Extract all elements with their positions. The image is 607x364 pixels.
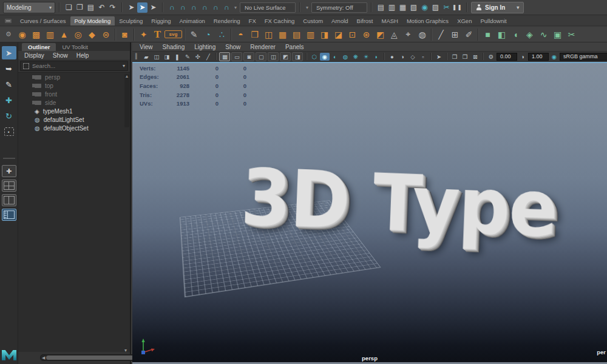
panel-menu-shading[interactable]: Shading bbox=[158, 44, 190, 50]
scroll-left-icon[interactable]: ◀ bbox=[42, 356, 45, 360]
isolate-select-icon[interactable]: ● bbox=[387, 53, 397, 61]
menu-help[interactable]: Help bbox=[76, 52, 89, 59]
view-transform-icon[interactable]: ◉ bbox=[549, 53, 559, 61]
snap-to-view-plane-icon[interactable]: ∩ bbox=[211, 2, 221, 13]
field-chart-icon[interactable]: ◫ bbox=[268, 52, 279, 61]
textured-icon[interactable]: ◍ bbox=[341, 53, 350, 61]
layout-four-pane-button[interactable] bbox=[2, 180, 16, 192]
film-gate-icon[interactable]: ▭ bbox=[231, 52, 242, 61]
layout-single-pane-button[interactable]: ✚ bbox=[2, 165, 16, 177]
x-ray-joints-icon[interactable]: ◇ bbox=[408, 53, 418, 61]
x-ray-icon[interactable]: ◑ bbox=[398, 53, 407, 61]
menu-display[interactable]: Display bbox=[24, 52, 44, 59]
vertical-scrollbar[interactable]: ▲ bbox=[124, 74, 129, 127]
gamma-field[interactable]: 1.00 bbox=[528, 53, 549, 61]
bookmark-icon[interactable]: ❚ bbox=[172, 53, 182, 61]
panel-menu-lighting[interactable]: Lighting bbox=[189, 44, 220, 50]
snap-to-point-icon[interactable]: ∩ bbox=[189, 2, 199, 13]
chevron-down-icon[interactable]: ▾ bbox=[123, 63, 125, 69]
lookdev-icon[interactable]: ⊠ bbox=[470, 53, 480, 61]
layout-two-pane-button[interactable] bbox=[2, 194, 16, 206]
pencil-curve-icon[interactable]: ✐ bbox=[462, 28, 476, 41]
shelf-tab-sculpting[interactable]: Sculpting bbox=[115, 16, 147, 25]
lasso-select-tool[interactable]: ➥ bbox=[2, 62, 16, 75]
open-scene-icon[interactable]: ❐ bbox=[75, 2, 85, 13]
menu-set-selector[interactable]: Modeling ▾ bbox=[3, 2, 55, 13]
shelf-tab-custom[interactable]: Custom bbox=[299, 16, 327, 25]
shelf-tab-bifrost[interactable]: Bifrost bbox=[353, 16, 378, 25]
render-sequence-icon[interactable]: ▥ bbox=[387, 2, 397, 13]
safe-action-icon[interactable]: ◩ bbox=[280, 52, 291, 61]
reduce-icon[interactable]: ▤ bbox=[290, 28, 304, 41]
create-curve-icon[interactable]: ╱ bbox=[434, 28, 448, 41]
shelf-tab-mash[interactable]: MASH bbox=[378, 16, 402, 25]
lock-camera-icon[interactable]: ◫ bbox=[152, 53, 161, 61]
soft-mod-icon[interactable]: ■ bbox=[481, 28, 495, 41]
live-surface-field[interactable]: No Live Surface bbox=[240, 2, 296, 13]
menu-show[interactable]: Show bbox=[53, 52, 68, 59]
outliner-item-top[interactable]: top bbox=[18, 81, 130, 90]
image-plane-icon[interactable]: ✎ bbox=[183, 53, 192, 61]
outliner-item-side[interactable]: side bbox=[18, 98, 130, 107]
object-details-icon[interactable]: ➤ bbox=[434, 53, 444, 61]
sculpt-mesh-icon[interactable]: ✎ bbox=[187, 28, 201, 41]
spread-icon[interactable]: ◬ bbox=[387, 28, 401, 41]
2d-pan-zoom-icon[interactable]: ✣ bbox=[193, 53, 203, 61]
outliner-item-front[interactable]: front bbox=[18, 90, 130, 98]
shrink-wrap-icon[interactable]: ▣ bbox=[551, 28, 565, 41]
render-view-icon[interactable]: ◉ bbox=[419, 2, 430, 13]
chevron-down-icon[interactable]: ▾ bbox=[232, 2, 239, 13]
exposure-field[interactable]: 0.00 bbox=[497, 53, 517, 61]
shelf-tab-rigging[interactable]: Rigging bbox=[147, 16, 175, 25]
texture-view-icon[interactable]: ❒ bbox=[460, 53, 470, 61]
safe-title-icon[interactable]: ◨ bbox=[292, 52, 303, 61]
outliner-item-defaultLightSet[interactable]: ◍defaultLightSet bbox=[18, 115, 130, 124]
wrap-deformer-icon[interactable]: ◈ bbox=[523, 28, 537, 41]
horizontal-scrollbar[interactable]: ◀ ▶ bbox=[40, 354, 144, 361]
shelf-tab-fx[interactable]: FX bbox=[245, 16, 260, 25]
select-tool[interactable]: ➤ bbox=[2, 46, 16, 59]
shelf-tab-rendering[interactable]: Rendering bbox=[209, 16, 245, 25]
render-settings-icon[interactable]: ▧ bbox=[409, 2, 419, 13]
layout-outliner-persp-button[interactable] bbox=[2, 209, 16, 221]
sphere-project-icon[interactable]: ◍ bbox=[415, 28, 429, 41]
grease-pencil-icon[interactable]: ╱ bbox=[203, 53, 213, 61]
outliner-search[interactable]: Search... ▾ bbox=[20, 61, 128, 71]
poly-cube-icon[interactable]: ▩ bbox=[29, 28, 43, 41]
use-all-lights-icon[interactable]: ❋ bbox=[351, 53, 361, 61]
resolution-gate-icon[interactable]: ◙ bbox=[243, 52, 254, 61]
shelf-tab-curves-surfaces[interactable]: Curves / Surfaces bbox=[16, 16, 70, 25]
undo-icon[interactable]: ↶ bbox=[97, 2, 107, 13]
lattice-icon[interactable]: ◧ bbox=[495, 28, 509, 41]
poly-sphere-icon[interactable]: ◉ bbox=[15, 28, 29, 41]
gamma-icon[interactable]: ◑ bbox=[518, 53, 527, 61]
chevron-down-icon[interactable]: ▾ bbox=[304, 2, 310, 13]
target-weld-icon[interactable]: ⌖ bbox=[401, 28, 415, 41]
tab-uv-toolkit[interactable]: UV Toolkit bbox=[56, 43, 94, 51]
shelf-collapse-icon[interactable] bbox=[5, 19, 12, 23]
snap-to-curve-icon[interactable]: ∩ bbox=[178, 2, 188, 13]
type-tool-icon[interactable]: T bbox=[151, 28, 164, 41]
render-frame-icon[interactable]: ▤ bbox=[376, 2, 386, 13]
poly-cone-icon[interactable]: ▲ bbox=[57, 28, 71, 41]
combine-icon[interactable]: ❒ bbox=[248, 28, 262, 41]
snap-to-projected-center-icon[interactable]: ∩ bbox=[200, 2, 210, 13]
svg-tool-icon[interactable]: svg bbox=[164, 30, 182, 38]
ipr-render-icon[interactable]: ▦ bbox=[398, 2, 408, 13]
camera-attributes-icon[interactable]: ◨ bbox=[162, 53, 172, 61]
shelf-tab-animation[interactable]: Animation bbox=[175, 16, 209, 25]
bend-deformer-icon[interactable]: ◖ bbox=[509, 28, 523, 41]
outliner-item-persp[interactable]: persp bbox=[18, 73, 130, 81]
tab-outliner[interactable]: Outliner bbox=[22, 43, 56, 51]
poly-plane-icon[interactable]: ◆ bbox=[85, 28, 99, 41]
wire-deformer-icon[interactable]: ∿ bbox=[537, 28, 551, 41]
grid-toggle-icon[interactable]: ▦ bbox=[219, 52, 230, 61]
shadows-icon[interactable]: ☀ bbox=[361, 53, 371, 61]
shelf-tab-poly-modeling[interactable]: Poly Modeling bbox=[70, 16, 115, 25]
center-pivot-icon[interactable]: ∴ bbox=[215, 28, 229, 41]
select-hierarchy-icon[interactable]: ➤ bbox=[148, 2, 158, 13]
cut-icon[interactable]: ✂ bbox=[441, 2, 452, 13]
ao-icon[interactable]: ◗ bbox=[371, 53, 381, 61]
hypershade-icon[interactable]: ▨ bbox=[430, 2, 441, 13]
type-mesh-3d-text[interactable]: 3D Type bbox=[239, 152, 558, 254]
